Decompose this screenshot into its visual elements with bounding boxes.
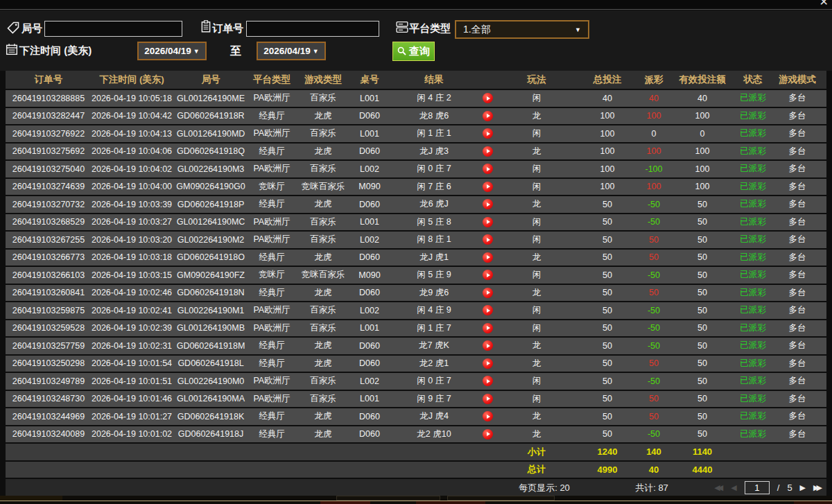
cell-total-bet: 50: [574, 200, 641, 209]
cell-table: D060: [352, 252, 387, 262]
cell-valid-bet: 50: [667, 394, 738, 403]
cell-status: 已派彩: [738, 146, 768, 157]
cell-game-mode: 多台: [768, 110, 826, 122]
table-row: 260419103250298 2026-04-19 10:01:54 GD06…: [6, 356, 826, 372]
play-video-icon[interactable]: [483, 411, 493, 422]
play-video-icon[interactable]: [483, 340, 493, 351]
cell-bet-time: 2026-04-19 10:02:41: [92, 306, 172, 315]
cell-game-type: 百家乐: [294, 234, 352, 245]
cell-play: 闲: [499, 393, 574, 405]
cell-order: 260419103249789: [6, 376, 92, 386]
col-game-type: 游戏类型: [294, 73, 352, 86]
cell-payout: 50: [641, 252, 667, 262]
cell-payout: 100: [641, 146, 667, 156]
cell-order: 260419103250298: [6, 358, 92, 368]
cell-result: 龙J 虎1: [387, 251, 499, 263]
cell-payout: 50: [641, 412, 667, 422]
play-video-icon[interactable]: [483, 358, 493, 369]
cell-play: 龙: [499, 358, 574, 370]
play-video-icon[interactable]: [483, 270, 493, 280]
cell-table: D060: [352, 429, 387, 439]
cell-bet-time: 2026-04-19 10:01:46: [92, 394, 172, 403]
last-page-icon[interactable]: ▶▶: [813, 484, 822, 492]
table-row: 260419103244969 2026-04-19 10:01:27 GD06…: [6, 408, 826, 425]
cell-game-mode: 多台: [768, 304, 826, 316]
table-row: 260419103267255 2026-04-19 10:03:20 GL00…: [6, 232, 826, 248]
cell-game-mode: 多台: [768, 322, 826, 334]
cell-platform: 经典厅: [250, 358, 294, 370]
cell-total-bet: 50: [574, 323, 641, 333]
cell-bet-time: 2026-04-19 10:03:20: [92, 235, 172, 245]
cell-round: GL002264190M1: [172, 306, 250, 315]
cell-valid-bet: 40: [667, 94, 738, 103]
table-row: 260419103282447 2026-04-19 10:04:42 GD06…: [6, 108, 826, 125]
platform-type-label: 平台类型: [409, 22, 451, 35]
cell-bet-time: 2026-04-19 10:05:18: [92, 94, 172, 103]
date-to-picker[interactable]: 2026/04/19 ▼: [257, 42, 326, 60]
page-number-input[interactable]: [745, 481, 770, 494]
table-row: 260419103257759 2026-04-19 10:02:31 GD06…: [6, 338, 826, 354]
cell-result: 闲 5 庄 9: [387, 269, 499, 281]
play-video-icon[interactable]: [483, 182, 493, 192]
play-video-icon[interactable]: [483, 252, 493, 263]
play-video-icon[interactable]: [483, 234, 493, 245]
cell-order: 260419103259875: [6, 306, 92, 315]
cell-status: 已派彩: [738, 428, 768, 440]
play-video-icon[interactable]: [483, 146, 493, 157]
cell-platform: 竞咪厅: [250, 269, 294, 281]
first-page-icon[interactable]: ◀◀: [714, 484, 723, 492]
cell-bet-time: 2026-04-19 10:04:13: [92, 129, 172, 139]
cell-table: L001: [352, 94, 387, 103]
play-video-icon[interactable]: [483, 93, 493, 103]
search-button[interactable]: 查询: [392, 42, 435, 61]
play-video-icon[interactable]: [483, 111, 493, 121]
play-video-icon[interactable]: [483, 128, 493, 139]
cell-game-type: 竞咪百家乐: [294, 181, 352, 193]
cell-total-bet: 50: [574, 376, 641, 386]
cell-status: 已派彩: [738, 269, 768, 281]
cell-total-bet: 100: [574, 129, 641, 139]
close-icon[interactable]: ✕: [820, 0, 829, 8]
cell-result: 闲 0 庄 7: [387, 375, 499, 388]
cell-round: GD0602641918N: [172, 288, 250, 297]
date-from-picker[interactable]: 2026/04/19 ▼: [137, 42, 207, 60]
cell-platform: 竞咪厅: [250, 181, 294, 193]
play-video-icon[interactable]: [483, 376, 493, 386]
cell-valid-bet: 50: [667, 376, 738, 386]
platform-list-icon: [396, 21, 408, 33]
prev-page-icon[interactable]: ◀: [731, 484, 736, 492]
bet-time-label: 下注时间 (美东): [19, 44, 92, 58]
cell-order: 260419103267255: [6, 235, 92, 245]
play-video-icon[interactable]: [483, 305, 493, 315]
play-video-icon[interactable]: [483, 288, 493, 298]
play-video-icon[interactable]: [483, 323, 493, 333]
cell-total-bet: 50: [574, 217, 641, 227]
cell-order: 260419103266773: [6, 252, 92, 262]
col-status: 状态: [738, 73, 768, 86]
play-video-icon[interactable]: [483, 199, 493, 209]
cell-bet-time: 2026-04-19 10:02:46: [92, 288, 172, 297]
cell-valid-bet: 50: [667, 358, 738, 368]
cell-game-mode: 多台: [768, 198, 826, 210]
next-page-icon[interactable]: ▶: [800, 484, 806, 492]
round-number-input[interactable]: [44, 21, 182, 37]
cell-total-bet: 50: [574, 252, 641, 262]
cell-table: D060: [352, 341, 387, 351]
order-number-input[interactable]: [246, 21, 379, 37]
cell-payout: 50: [641, 394, 667, 403]
play-video-icon[interactable]: [483, 217, 493, 227]
platform-type-select[interactable]: 1.全部 ▼: [455, 20, 589, 39]
play-video-icon[interactable]: [483, 429, 493, 440]
cell-round: GL001264190MB: [172, 323, 250, 333]
cell-valid-bet: 50: [667, 341, 738, 351]
cell-status: 已派彩: [738, 216, 768, 228]
cell-table: D060: [352, 288, 387, 297]
chevron-down-icon: ▼: [575, 26, 581, 33]
cell-game-type: 龙虎: [294, 198, 352, 210]
cell-total-bet: 50: [574, 270, 641, 280]
cell-game-type: 百家乐: [294, 216, 352, 228]
cell-table: L001: [352, 129, 387, 139]
play-video-icon[interactable]: [483, 164, 493, 174]
calendar-icon: [6, 43, 18, 55]
play-video-icon[interactable]: [483, 394, 493, 404]
